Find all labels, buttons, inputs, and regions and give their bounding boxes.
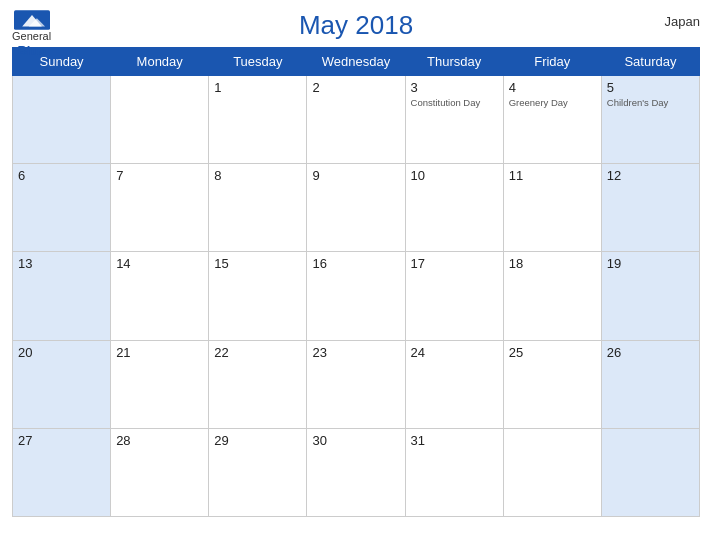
calendar-cell: 28: [111, 428, 209, 516]
calendar-cell: 24: [405, 340, 503, 428]
calendar-cell: 12: [601, 164, 699, 252]
day-number: 20: [18, 345, 105, 360]
day-number: 11: [509, 168, 596, 183]
day-number: 30: [312, 433, 399, 448]
day-number: 21: [116, 345, 203, 360]
calendar-cell: 23: [307, 340, 405, 428]
calendar-cell: 17: [405, 252, 503, 340]
logo: General Blue: [12, 10, 51, 59]
week-row-1: 123Constitution Day4Greenery Day5Childre…: [13, 76, 700, 164]
weekday-header-row: SundayMondayTuesdayWednesdayThursdayFrid…: [13, 48, 700, 76]
calendar-cell: 29: [209, 428, 307, 516]
week-row-4: 20212223242526: [13, 340, 700, 428]
day-number: 12: [607, 168, 694, 183]
day-number: 13: [18, 256, 105, 271]
calendar-cell: 16: [307, 252, 405, 340]
day-number: 16: [312, 256, 399, 271]
weekday-header-thursday: Thursday: [405, 48, 503, 76]
day-number: 17: [411, 256, 498, 271]
calendar-cell: 7: [111, 164, 209, 252]
logo-general-text: General: [12, 30, 51, 43]
calendar-cell: 8: [209, 164, 307, 252]
holiday-name: Greenery Day: [509, 97, 596, 109]
calendar-cell: 14: [111, 252, 209, 340]
calendar-cell: 26: [601, 340, 699, 428]
calendar-cell: 4Greenery Day: [503, 76, 601, 164]
calendar-cell: [111, 76, 209, 164]
week-row-3: 13141516171819: [13, 252, 700, 340]
day-number: 24: [411, 345, 498, 360]
day-number: 28: [116, 433, 203, 448]
weekday-header-saturday: Saturday: [601, 48, 699, 76]
day-number: 9: [312, 168, 399, 183]
day-number: 8: [214, 168, 301, 183]
calendar-cell: 22: [209, 340, 307, 428]
calendar-container: General Blue May 2018 Japan SundayMonday…: [0, 0, 712, 550]
day-number: 4: [509, 80, 596, 95]
weekday-header-monday: Monday: [111, 48, 209, 76]
day-number: 2: [312, 80, 399, 95]
day-number: 26: [607, 345, 694, 360]
day-number: 19: [607, 256, 694, 271]
calendar-cell: 31: [405, 428, 503, 516]
day-number: 23: [312, 345, 399, 360]
calendar-title: May 2018: [299, 10, 413, 41]
day-number: 29: [214, 433, 301, 448]
day-number: 6: [18, 168, 105, 183]
calendar-cell: 15: [209, 252, 307, 340]
day-number: 15: [214, 256, 301, 271]
calendar-cell: 18: [503, 252, 601, 340]
day-number: 3: [411, 80, 498, 95]
calendar-cell: 11: [503, 164, 601, 252]
weekday-header-friday: Friday: [503, 48, 601, 76]
country-label: Japan: [665, 14, 700, 29]
logo-icon: [14, 10, 50, 30]
week-row-5: 2728293031: [13, 428, 700, 516]
holiday-name: Constitution Day: [411, 97, 498, 109]
calendar-header: General Blue May 2018 Japan: [12, 10, 700, 41]
day-number: 1: [214, 80, 301, 95]
day-number: 5: [607, 80, 694, 95]
calendar-cell: 30: [307, 428, 405, 516]
calendar-cell: [503, 428, 601, 516]
calendar-table: SundayMondayTuesdayWednesdayThursdayFrid…: [12, 47, 700, 517]
week-row-2: 6789101112: [13, 164, 700, 252]
calendar-cell: 5Children's Day: [601, 76, 699, 164]
day-number: 31: [411, 433, 498, 448]
day-number: 25: [509, 345, 596, 360]
calendar-cell: 27: [13, 428, 111, 516]
calendar-cell: 10: [405, 164, 503, 252]
calendar-cell: 1: [209, 76, 307, 164]
calendar-cell: 21: [111, 340, 209, 428]
weekday-header-wednesday: Wednesday: [307, 48, 405, 76]
day-number: 7: [116, 168, 203, 183]
holiday-name: Children's Day: [607, 97, 694, 109]
day-number: 14: [116, 256, 203, 271]
calendar-cell: 25: [503, 340, 601, 428]
day-number: 22: [214, 345, 301, 360]
day-number: 18: [509, 256, 596, 271]
calendar-cell: 19: [601, 252, 699, 340]
calendar-cell: [601, 428, 699, 516]
calendar-cell: 2: [307, 76, 405, 164]
calendar-cell: 3Constitution Day: [405, 76, 503, 164]
calendar-cell: 20: [13, 340, 111, 428]
calendar-cell: 13: [13, 252, 111, 340]
calendar-cell: 9: [307, 164, 405, 252]
calendar-cell: [13, 76, 111, 164]
day-number: 10: [411, 168, 498, 183]
weekday-header-tuesday: Tuesday: [209, 48, 307, 76]
day-number: 27: [18, 433, 105, 448]
calendar-cell: 6: [13, 164, 111, 252]
logo-blue-text: Blue: [17, 43, 45, 59]
